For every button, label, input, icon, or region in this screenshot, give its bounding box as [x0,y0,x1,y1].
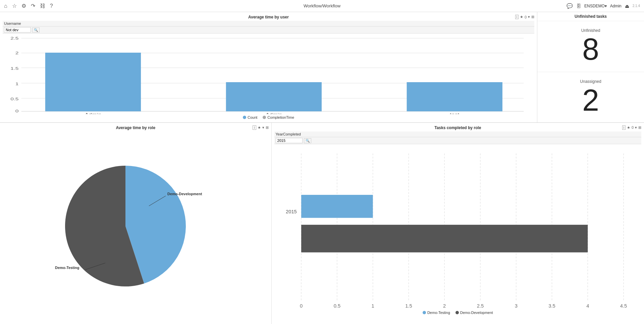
tasks-by-role-panel: Tasks completed by role i ★ 0 ▾ ⊞ YearCo… [272,123,644,324]
pie-star-icon[interactable]: ★ [258,125,261,130]
svg-text:2: 2 [15,51,19,55]
unfinished-label: Unfinished [581,28,600,33]
bar-info-icon[interactable]: i [622,125,626,130]
svg-text:1.5: 1.5 [405,303,412,309]
year-filter-row: YearCompleted [274,131,641,137]
avg-time-by-user-panel: Average time by user i ★ 0 ▾ ⊞ Username … [0,12,537,122]
demo-testing-legend-dot [423,311,426,314]
pie-chevron-icon[interactable]: ▾ [262,125,264,130]
pie-grid-icon[interactable]: ⊞ [266,125,269,130]
nav-right: 💬 🗄 ENSDEMO▾ Admin ⏏ 2.1.4 [567,3,640,9]
chat-icon[interactable]: 💬 [567,3,573,9]
username-search-button[interactable]: 🔍 [32,28,40,33]
home-icon[interactable]: ⌂ [4,3,7,9]
username-filter-input[interactable] [4,27,31,33]
svg-text:2015: 2015 [286,209,297,214]
unassigned-label: Unassigned [580,79,601,84]
top-row: Average time by user i ★ 0 ▾ ⊞ Username … [0,12,644,123]
avg-time-by-role-title: Average time by role [3,125,269,130]
svg-text:Admin: Admin [266,112,282,114]
demo-development-bar [301,225,588,252]
svg-text:4: 4 [586,303,589,309]
svg-text:Admin: Admin [85,112,101,114]
version-label: 2.1.4 [633,4,640,8]
avg-time-by-user-toolbar: i ★ 0 ▾ ⊞ [515,15,534,19]
unfinished-tasks-title: Unfinished tasks [537,12,644,21]
pie-chart-container: Demo-Development Demo-Testing [3,131,269,314]
page-title: Workflow/Workflow [304,3,340,8]
ensemble-dropdown[interactable]: ENSDEMO▾ [584,4,607,8]
avg-time-by-role-panel: Average time by role i ★ ▾ ⊞ [0,123,272,324]
grid-icon[interactable]: ⊞ [531,15,534,19]
svg-text:0.5: 0.5 [333,303,340,309]
legend-count: Count [243,115,257,119]
tasks-role-chart: 0 0.5 1 1.5 2 2.5 3 3.5 4 4.5 [274,144,641,310]
unassigned-count: 2 [582,85,599,115]
demo-dev-label-text: Demo-Development [167,192,202,196]
svg-text:3: 3 [515,303,517,309]
redo-icon[interactable]: ↷ [31,3,35,9]
bar-toolbar: i ★ 0 ▾ ⊞ [622,125,641,130]
year-input-row: 🔍 [274,137,641,144]
bar-star-icon[interactable]: ★ [627,125,630,130]
nav-icons: ⌂ ☆ ⚙ ↷ ⛓ ? [4,3,53,9]
avg-user-filter-row: Username [3,21,534,26]
demo-development-legend-dot [455,311,459,314]
bar-test [407,82,502,111]
unfinished-section: Unfinished 8 [537,21,644,72]
bar-grid-icon[interactable]: ⊞ [638,125,641,130]
bar-noname [45,53,141,111]
demo-testing-label-text: Demo-Testing [55,266,79,270]
info-icon[interactable]: i [515,15,519,19]
svg-text:2: 2 [443,303,446,309]
bar-admin [226,82,322,111]
svg-text:1: 1 [371,303,374,309]
count-badge: 0 [525,15,527,19]
svg-text:2.5: 2.5 [10,36,18,40]
unfinished-count: 8 [582,34,599,64]
legend-demo-testing: Demo-Testing [423,311,450,315]
bottom-row: Average time by role i ★ ▾ ⊞ [0,123,644,324]
star-toolbar-icon[interactable]: ★ [520,15,523,19]
bar-chevron-icon[interactable]: ▾ [635,125,637,130]
svg-text:1: 1 [15,82,19,86]
svg-text:4.5: 4.5 [620,303,627,309]
completion-legend-label: CompletionTime [267,115,294,119]
gear-icon[interactable]: ⚙ [21,3,26,9]
unassigned-section: Unassigned 2 [537,72,644,123]
avg-user-legend: Count CompletionTime [3,115,534,119]
top-nav: ⌂ ☆ ⚙ ↷ ⛓ ? Workflow/Workflow 💬 🗄 ENSDEM… [0,0,644,12]
tasks-role-svg: 0 0.5 1 1.5 2 2.5 3 3.5 4 4.5 [274,144,641,310]
completion-legend-dot [263,116,266,119]
link-icon[interactable]: ⛓ [40,3,45,9]
avg-user-svg: 2.5 2 1.5 1 0.5 0 [3,34,534,114]
avg-user-chart: 2.5 2 1.5 1 0.5 0 [3,34,534,114]
db-icon[interactable]: 🗄 [576,3,581,9]
chevron-down-icon[interactable]: ▾ [528,15,530,19]
tasks-by-role-title: Tasks completed by role [274,125,641,130]
tasks-role-legend: Demo-Testing Demo-Development [274,311,641,315]
username-filter-label: Username [4,21,21,25]
main-container: Average time by user i ★ 0 ▾ ⊞ Username … [0,12,644,324]
pie-svg: Demo-Development Demo-Testing [52,152,219,293]
svg-text:test: test [450,112,459,114]
count-legend-dot [243,116,246,119]
admin-label: Admin [610,4,622,8]
year-filter-label: YearCompleted [276,132,301,136]
legend-completion-time: CompletionTime [263,115,294,119]
svg-text:2.5: 2.5 [477,303,483,309]
avg-user-input-row: 🔍 [3,26,534,34]
unfinished-tasks-panel: Unfinished tasks Unfinished 8 Unassigned… [537,12,644,122]
year-search-button[interactable]: 🔍 [304,138,311,143]
avg-time-by-user-title: Average time by user [3,15,534,19]
demo-testing-bar [301,195,373,218]
star-icon[interactable]: ☆ [12,3,17,9]
logout-icon[interactable]: ⏏ [625,3,629,9]
svg-text:0: 0 [300,303,303,309]
year-filter-input[interactable] [276,138,303,143]
svg-text:0: 0 [15,109,19,113]
pie-info-icon[interactable]: i [253,125,256,130]
svg-text:0.5: 0.5 [10,97,18,101]
pie-toolbar: i ★ ▾ ⊞ [253,125,268,130]
question-icon[interactable]: ? [50,3,53,9]
